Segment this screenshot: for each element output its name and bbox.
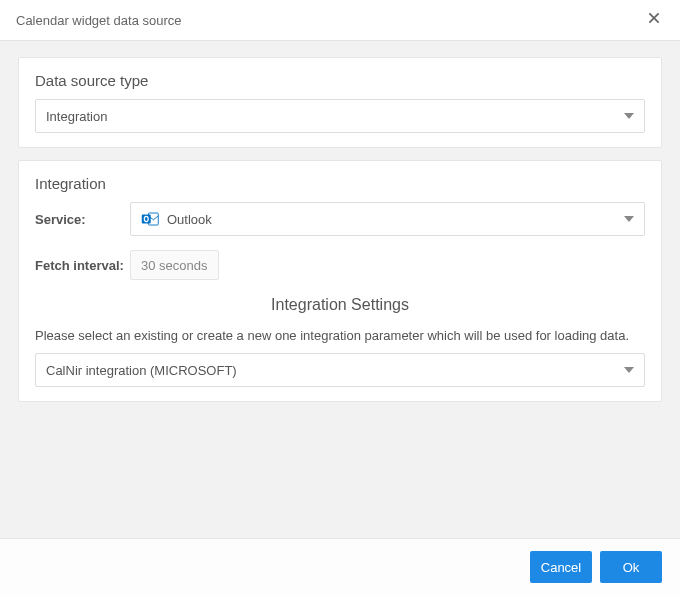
dialog-body: Data source type Integration Integration… xyxy=(0,41,680,538)
svg-marker-2 xyxy=(624,113,634,119)
chevron-down-icon xyxy=(624,214,634,224)
data-source-type-panel: Data source type Integration xyxy=(18,57,662,148)
svg-marker-7 xyxy=(624,367,634,373)
chevron-down-icon xyxy=(624,365,634,375)
close-button[interactable] xyxy=(644,10,664,30)
fetch-interval-row: Fetch interval: 30 seconds xyxy=(35,250,645,280)
svg-marker-6 xyxy=(624,216,634,222)
outlook-icon xyxy=(141,210,159,228)
service-label: Service: xyxy=(35,212,130,227)
data-source-type-value: Integration xyxy=(46,109,107,124)
fetch-interval-value: 30 seconds xyxy=(141,258,208,273)
service-select[interactable]: Outlook xyxy=(130,202,645,236)
chevron-down-icon xyxy=(624,111,634,121)
integration-param-value: CalNir integration (MICROSOFT) xyxy=(46,363,237,378)
integration-param-select[interactable]: CalNir integration (MICROSOFT) xyxy=(35,353,645,387)
fetch-interval-label: Fetch interval: xyxy=(35,258,130,273)
integration-help-text: Please select an existing or create a ne… xyxy=(35,328,645,343)
integration-panel: Integration Service: Outlook xyxy=(18,160,662,402)
dialog-header: Calendar widget data source xyxy=(0,0,680,41)
fetch-interval-input[interactable]: 30 seconds xyxy=(130,250,219,280)
close-icon xyxy=(646,10,662,30)
dialog-footer: Cancel Ok xyxy=(0,538,680,595)
service-value: Outlook xyxy=(167,212,212,227)
dialog-title: Calendar widget data source xyxy=(16,13,182,28)
cancel-button[interactable]: Cancel xyxy=(530,551,592,583)
service-row: Service: Outlook xyxy=(35,202,645,236)
integration-heading: Integration xyxy=(35,175,645,192)
data-source-type-heading: Data source type xyxy=(35,72,645,89)
data-source-type-select[interactable]: Integration xyxy=(35,99,645,133)
ok-button[interactable]: Ok xyxy=(600,551,662,583)
integration-settings-heading: Integration Settings xyxy=(35,296,645,314)
